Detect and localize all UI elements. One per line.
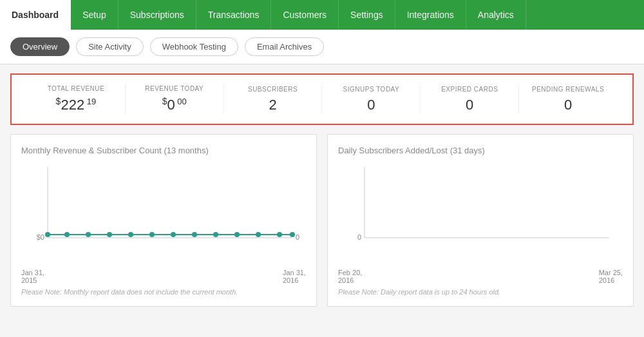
svg-point-7: [107, 232, 112, 237]
svg-point-15: [277, 232, 282, 237]
daily-date-start: Feb 20,2016: [338, 269, 362, 284]
stat-revenue-today: REVENUE TODAY $0 00: [126, 85, 224, 113]
nav-item-customers[interactable]: Customers: [271, 0, 339, 30]
daily-chart-svg: 0: [338, 160, 623, 257]
stat-revenue-today-value: $0 00: [126, 96, 223, 113]
nav-item-subscriptions[interactable]: Subscriptions: [118, 0, 196, 30]
stat-subscribers: SUBSCRIBERS 2: [224, 86, 323, 113]
svg-point-10: [171, 232, 176, 237]
stat-total-revenue: TOTAL REVENUE $222 19: [27, 85, 126, 113]
daily-chart-area: 0: [338, 160, 623, 264]
nav-item-integrations[interactable]: Integrations: [395, 0, 466, 30]
subnav-email-archives[interactable]: Email Archives: [245, 37, 324, 56]
stat-pending-renewals-label: PENDING RENEWALS: [519, 86, 617, 93]
monthly-chart-title: Monthly Revenue & Subscriber Count (13 m…: [21, 145, 306, 155]
stat-signups-today-value: 0: [322, 97, 420, 113]
top-nav: Dashboard Setup Subscriptions Transactio…: [0, 0, 644, 30]
svg-point-13: [234, 232, 240, 237]
svg-text:0: 0: [357, 233, 361, 241]
subnav-webhook-testing[interactable]: Webhook Testing: [150, 37, 238, 56]
stat-expired-cards-value: 0: [421, 97, 518, 113]
stat-expired-cards: EXPIRED CARDS 0: [421, 86, 519, 113]
monthly-chart-svg: $0 0: [21, 160, 306, 257]
subnav-site-activity[interactable]: Site Activity: [76, 37, 143, 56]
stat-total-revenue-label: TOTAL REVENUE: [27, 85, 125, 92]
svg-point-9: [149, 232, 155, 237]
charts-area: Monthly Revenue & Subscriber Count (13 m…: [10, 134, 634, 307]
svg-text:0: 0: [296, 233, 299, 241]
svg-point-16: [290, 232, 295, 237]
stat-signups-today: SIGNUPS TODAY 0: [322, 86, 421, 113]
nav-item-settings[interactable]: Settings: [339, 0, 395, 30]
svg-point-12: [213, 232, 218, 237]
monthly-chart-note: Please Note: Monthly report data does no…: [21, 288, 306, 296]
svg-point-14: [256, 232, 261, 237]
svg-point-5: [64, 232, 70, 237]
monthly-chart-dates: Jan 31,2015 Jan 31,2016: [21, 269, 306, 284]
stat-pending-renewals: PENDING RENEWALS 0: [519, 86, 617, 113]
daily-subscribers-chart-card: Daily Subscribers Added/Lost (31 days) 0…: [327, 134, 634, 307]
nav-item-dashboard[interactable]: Dashboard: [0, 0, 71, 30]
stat-signups-today-label: SIGNUPS TODAY: [322, 86, 420, 93]
monthly-date-end: Jan 31,2016: [283, 269, 306, 284]
monthly-date-start: Jan 31,2015: [21, 269, 44, 284]
stat-expired-cards-label: EXPIRED CARDS: [421, 86, 518, 93]
svg-point-6: [86, 232, 91, 237]
stat-total-revenue-value: $222 19: [27, 96, 125, 113]
stat-subscribers-label: SUBSCRIBERS: [224, 86, 322, 93]
stat-revenue-today-label: REVENUE TODAY: [126, 85, 223, 92]
nav-item-analytics[interactable]: Analytics: [466, 0, 526, 30]
nav-item-transactions[interactable]: Transactions: [196, 0, 272, 30]
stats-bar: TOTAL REVENUE $222 19 REVENUE TODAY $0 0…: [10, 73, 634, 125]
svg-point-11: [192, 232, 197, 237]
svg-text:$0: $0: [37, 233, 44, 241]
daily-chart-note: Please Note: Daily report data is up to …: [338, 288, 623, 296]
stat-subscribers-value: 2: [224, 97, 322, 113]
svg-point-8: [128, 232, 133, 237]
daily-date-end: Mar 25,2016: [599, 269, 623, 284]
sub-nav: Overview Site Activity Webhook Testing E…: [0, 30, 644, 64]
monthly-revenue-chart-card: Monthly Revenue & Subscriber Count (13 m…: [10, 134, 317, 307]
svg-point-4: [45, 232, 50, 237]
stat-pending-renewals-value: 0: [519, 97, 617, 113]
nav-item-setup[interactable]: Setup: [71, 0, 118, 30]
daily-chart-dates: Feb 20,2016 Mar 25,2016: [338, 269, 623, 284]
monthly-chart-area: $0 0: [21, 160, 306, 264]
subnav-overview[interactable]: Overview: [10, 37, 70, 56]
daily-chart-title: Daily Subscribers Added/Lost (31 days): [338, 145, 623, 155]
